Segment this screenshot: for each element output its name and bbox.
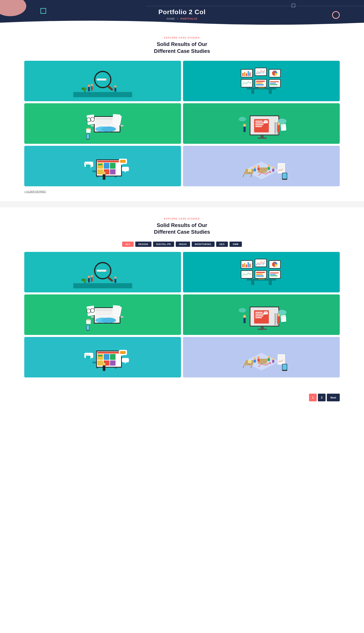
portfolio-card-1[interactable] (24, 61, 181, 101)
section2-title: Solid Results of Our Different Case Stud… (24, 222, 340, 236)
svg-rect-9 (114, 87, 116, 92)
filter-ideas[interactable]: IDEAS (176, 242, 190, 247)
portfolio-card-6[interactable] (183, 146, 340, 186)
filter-seo[interactable]: SEO (216, 242, 228, 247)
card2-2-illustration (199, 256, 324, 288)
svg-rect-183 (256, 274, 263, 275)
card5-illustration: $ 99 (40, 150, 166, 182)
svg-rect-217 (255, 315, 263, 316)
svg-rect-195 (96, 311, 112, 312)
portfolio-card-2[interactable] (183, 61, 340, 101)
filter-design[interactable]: DESIGN (135, 242, 152, 247)
portfolio-card-3[interactable] (24, 103, 181, 144)
svg-rect-105 (98, 164, 102, 165)
page-2-button[interactable]: 2 (318, 394, 326, 401)
svg-rect-269 (254, 360, 256, 363)
svg-rect-184 (256, 275, 264, 277)
portfolio-card-2-3[interactable] (24, 294, 181, 335)
portfolio-card-2-5[interactable]: $ 99 (24, 337, 181, 377)
svg-rect-208 (86, 325, 89, 330)
svg-rect-168 (242, 264, 244, 267)
filter-smm[interactable]: SMM (230, 242, 242, 247)
svg-rect-187 (270, 273, 279, 273)
svg-rect-101 (110, 163, 116, 169)
svg-rect-43 (270, 83, 276, 83)
svg-rect-275 (272, 360, 274, 363)
svg-rect-129 (258, 167, 260, 170)
svg-point-151 (88, 276, 90, 278)
card3-illustration (40, 107, 166, 140)
filter-monitoring[interactable]: MONITORING (192, 242, 214, 247)
svg-rect-38 (256, 82, 263, 84)
svg-rect-159 (73, 283, 132, 288)
svg-rect-71 (255, 120, 262, 122)
svg-rect-218 (255, 317, 262, 318)
svg-rect-248 (110, 360, 116, 365)
page-1-button[interactable]: 1 (309, 394, 317, 401)
svg-rect-50 (96, 120, 112, 121)
next-button[interactable]: Next (327, 394, 340, 401)
svg-point-4 (106, 79, 108, 80)
svg-rect-256 (86, 356, 90, 359)
svg-rect-25 (246, 73, 247, 76)
svg-rect-189 (270, 275, 277, 276)
svg-rect-144 (282, 173, 287, 179)
svg-rect-245 (110, 354, 116, 360)
deco-small-square (292, 4, 295, 7)
svg-rect-131 (268, 167, 270, 170)
portfolio-card-4[interactable] (183, 103, 340, 144)
portfolio-card-2-1[interactable] (24, 252, 181, 292)
svg-rect-278 (249, 363, 250, 365)
svg-rect-197 (96, 314, 110, 315)
svg-rect-85 (274, 130, 278, 131)
svg-rect-259 (120, 351, 126, 354)
card2-illustration (199, 65, 324, 97)
svg-rect-17 (251, 89, 254, 94)
svg-rect-69 (258, 137, 266, 139)
svg-rect-44 (270, 84, 277, 85)
portfolio-card-2-2[interactable] (183, 252, 340, 292)
svg-rect-52 (96, 123, 110, 124)
svg-point-13 (81, 87, 84, 90)
deco-pink-blob (0, 0, 26, 16)
page-title: Portfolio 2 Col (158, 8, 206, 16)
svg-rect-133 (272, 169, 274, 172)
svg-point-135 (248, 169, 251, 172)
svg-rect-108 (103, 174, 105, 180)
svg-rect-246 (97, 360, 103, 365)
older-entries-link[interactable]: « OLDER ENTRIES (24, 190, 340, 193)
svg-rect-162 (251, 281, 254, 285)
svg-rect-3 (96, 78, 107, 80)
portfolio-card-2-6[interactable] (183, 337, 340, 377)
filter-tabs: ALL DESIGN DIGITAL-PR IDEAS MONITORING S… (24, 242, 340, 247)
svg-rect-271 (258, 359, 260, 362)
svg-rect-98 (97, 161, 121, 162)
svg-rect-220 (244, 318, 246, 323)
svg-point-10 (114, 85, 116, 88)
svg-rect-244 (104, 354, 110, 360)
deco-pink-circle (332, 11, 340, 19)
filter-digital-pr[interactable]: DIGITAL-PR (153, 242, 174, 247)
svg-rect-29 (255, 68, 266, 75)
svg-point-272 (268, 356, 270, 358)
svg-point-153 (90, 275, 93, 277)
svg-rect-14 (73, 92, 132, 97)
svg-rect-83 (274, 126, 278, 126)
svg-point-87 (238, 117, 246, 121)
section1-label: EXPLORE CASE STUDIES (24, 37, 340, 39)
svg-rect-74 (255, 126, 262, 127)
portfolio-grid-1: $ 99 (24, 61, 340, 186)
breadcrumb-home[interactable]: HOME (167, 18, 175, 20)
svg-rect-201 (112, 305, 120, 315)
svg-rect-84 (274, 128, 278, 128)
svg-rect-42 (270, 81, 279, 82)
svg-rect-136 (249, 172, 250, 173)
filter-all[interactable]: ALL (122, 242, 134, 247)
portfolio-card-2-4[interactable] (183, 294, 340, 335)
portfolio-card-5[interactable]: $ 99 (24, 146, 181, 186)
svg-rect-72 (255, 122, 265, 124)
svg-rect-82 (274, 124, 278, 124)
card2-5-illustration: $ 99 (40, 341, 166, 373)
svg-rect-56 (112, 114, 120, 124)
card4-illustration (199, 107, 324, 140)
